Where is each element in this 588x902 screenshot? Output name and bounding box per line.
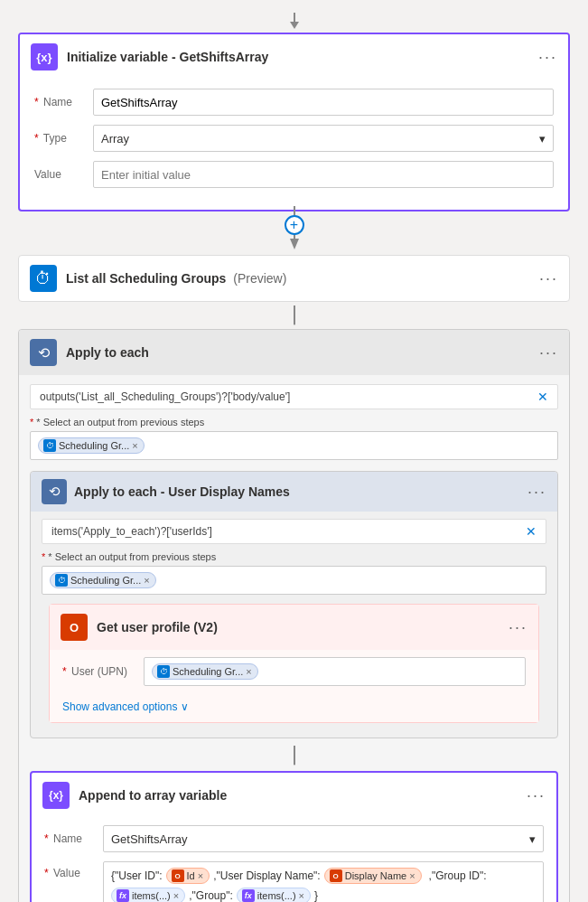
- apply-each-container: ⟲ Apply to each ··· outputs('List_all_Sc…: [18, 329, 570, 902]
- nested-apply-menu[interactable]: ···: [527, 483, 546, 502]
- append-name-label: * Name: [44, 832, 94, 845]
- add-step-button[interactable]: +: [285, 215, 304, 235]
- chevron-down-icon: ▾: [539, 132, 546, 146]
- svg-marker-6: [294, 758, 295, 766]
- select-output-label: * * Select an output from previous steps: [30, 417, 558, 428]
- inner-scheduling-token: ⏱ Scheduling Gr... ×: [50, 572, 156, 588]
- fx-icon-2: fx: [242, 889, 255, 902]
- apply-each-header: ⟲ Apply to each ···: [19, 330, 569, 375]
- list-scheduling-card: ⏱ List all Scheduling Groups (Preview) ·…: [18, 255, 570, 302]
- display-name-token: O Display Name ×: [324, 868, 422, 884]
- top-connector: [18, 9, 570, 33]
- append-array-menu[interactable]: ···: [527, 786, 546, 805]
- init-variable-card: {x} Initialize variable - GetShiftsArray…: [18, 33, 570, 211]
- init-variable-icon: {x}: [31, 43, 58, 70]
- append-icon: {x}: [42, 782, 70, 809]
- group-id-fx-token: fx items(...) ×: [111, 888, 185, 902]
- get-user-menu[interactable]: ···: [509, 618, 527, 637]
- user-clock-icon: ⏱: [157, 665, 170, 678]
- user-token-remove-button[interactable]: ×: [246, 666, 251, 677]
- fx-icon-1: fx: [117, 889, 129, 902]
- apply-each-body: outputs('List_all_Scheduling_Groups')?['…: [19, 375, 569, 902]
- group-fx-token: fx items(...) ×: [237, 888, 311, 902]
- nested-apply-body: items('Apply_to_each')?['userIds'] ✕ * *…: [31, 512, 557, 738]
- output-expression-row: outputs('List_all_Scheduling_Groups')?['…: [30, 384, 558, 409]
- append-value-label: * Value: [44, 867, 94, 879]
- name-field-row: * Name: [34, 89, 554, 116]
- nested-apply-each: ⟲ Apply to each - User Display Names ···…: [30, 471, 558, 738]
- get-user-card: O Get user profile (V2) ··· * User (UPN)…: [49, 604, 539, 723]
- list-scheduling-menu[interactable]: ···: [539, 269, 558, 288]
- id-token: O Id ×: [166, 868, 210, 884]
- close-output-button[interactable]: ✕: [537, 390, 548, 404]
- chevron-down-icon-2: ▾: [529, 832, 536, 846]
- value-input[interactable]: [93, 161, 554, 188]
- list-scheduling-title: List all Scheduling Groups (Preview): [66, 271, 530, 286]
- apply-each-menu[interactable]: ···: [539, 343, 558, 362]
- nested-apply-icon: ⟲: [42, 479, 67, 504]
- scheduling-token: ⏱ Scheduling Gr... ×: [38, 437, 145, 454]
- init-variable-title: Initialize variable - GetShiftsArray: [67, 50, 529, 64]
- append-name-row: * Name GetShiftsArray ▾: [44, 825, 544, 852]
- plus-connector: +: [18, 211, 570, 239]
- select-output-field[interactable]: ⏱ Scheduling Gr... ×: [30, 431, 558, 460]
- init-variable-menu[interactable]: ···: [538, 48, 557, 67]
- clock-icon: ⏱: [43, 439, 56, 452]
- append-name-select[interactable]: GetShiftsArray ▾: [103, 825, 544, 852]
- append-value-field[interactable]: {"User ID": O Id × ,"User Display Name":…: [103, 861, 544, 902]
- list-scheduling-header: ⏱ List all Scheduling Groups (Preview) ·…: [19, 256, 569, 301]
- group-id-token-remove[interactable]: ×: [173, 890, 179, 901]
- type-select[interactable]: Array ▾: [93, 125, 554, 152]
- get-user-title: Get user profile (V2): [97, 620, 499, 634]
- name-label: * Name: [34, 96, 84, 108]
- office-id-icon: O: [172, 869, 184, 882]
- id-token-remove[interactable]: ×: [198, 870, 203, 881]
- svg-marker-1: [290, 22, 299, 29]
- get-user-body: * User (UPN) ⏱ Scheduling Gr... × Show a…: [50, 650, 538, 722]
- show-advanced-button[interactable]: Show advanced options ∨: [62, 695, 526, 719]
- user-upn-field[interactable]: ⏱ Scheduling Gr... ×: [144, 657, 526, 686]
- token-remove-button[interactable]: ×: [132, 440, 137, 451]
- scheduling-icon: ⏱: [30, 265, 57, 292]
- init-variable-header: {x} Initialize variable - GetShiftsArray…: [20, 34, 568, 80]
- inner-close-output-button[interactable]: ✕: [526, 524, 537, 539]
- append-array-title: Append to array variable: [79, 788, 518, 803]
- output-expression-text: outputs('List_all_Scheduling_Groups')?['…: [40, 390, 290, 403]
- inner-select-output-field[interactable]: ⏱ Scheduling Gr... ×: [42, 566, 546, 595]
- apply-each-title: Apply to each: [66, 345, 530, 360]
- user-upn-label: * User (UPN): [62, 665, 135, 678]
- office-icon: O: [61, 614, 88, 641]
- name-input[interactable]: [93, 89, 554, 116]
- user-upn-row: * User (UPN) ⏱ Scheduling Gr... ×: [62, 657, 526, 686]
- office-display-icon: O: [330, 869, 342, 882]
- type-label: * Type: [34, 132, 84, 145]
- init-variable-body: * Name * Type Array ▾ Value: [20, 80, 568, 210]
- apply-each-icon: ⟲: [30, 339, 57, 366]
- user-upn-token: ⏱ Scheduling Gr... ×: [152, 663, 258, 680]
- inner-arrow: [30, 746, 558, 766]
- inner-clock-icon: ⏱: [55, 574, 68, 587]
- append-value-row: * Value {"User ID": O Id × ,"User Displa…: [44, 861, 544, 902]
- svg-marker-4: [294, 318, 295, 325]
- arrow-2: [18, 305, 570, 325]
- nested-apply-title: Apply to each - User Display Names: [74, 484, 520, 499]
- display-name-token-remove[interactable]: ×: [409, 870, 415, 881]
- inner-output-expression-row: items('Apply_to_each')?['userIds'] ✕: [42, 519, 546, 544]
- value-label: Value: [34, 168, 84, 181]
- inner-token-remove-button[interactable]: ×: [144, 575, 149, 586]
- inner-output-expression-text: items('Apply_to_each')?['userIds']: [51, 525, 212, 538]
- append-array-header: {x} Append to array variable ···: [32, 773, 556, 818]
- chevron-down-icon: ∨: [181, 700, 189, 713]
- nested-apply-each-header: ⟲ Apply to each - User Display Names ···: [31, 472, 557, 512]
- group-token-remove[interactable]: ×: [299, 890, 304, 901]
- type-field-row: * Type Array ▾: [34, 125, 554, 152]
- get-user-header: O Get user profile (V2) ···: [50, 605, 538, 650]
- append-array-body: * Name GetShiftsArray ▾ * Value {"User I…: [32, 818, 556, 902]
- inner-select-output-label: * * Select an output from previous steps: [42, 551, 546, 562]
- append-array-card: {x} Append to array variable ··· * Name …: [30, 771, 558, 902]
- value-field-row: Value: [34, 161, 554, 188]
